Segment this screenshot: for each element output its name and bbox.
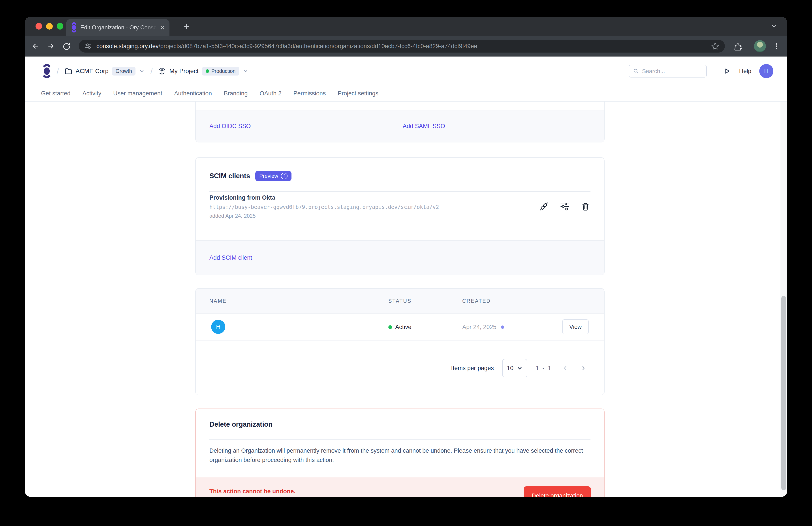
browser-window: Edit Organization - Ory Console × + — [25, 17, 787, 497]
delete-client-button[interactable] — [580, 201, 591, 212]
add-saml-sso-link[interactable]: Add SAML SSO — [403, 123, 445, 130]
chevron-down-icon — [139, 68, 145, 74]
extensions-button[interactable] — [733, 41, 742, 51]
table-row[interactable]: H Active Apr 24, 2025 View — [196, 314, 604, 341]
next-page-button[interactable] — [579, 363, 588, 373]
user-avatar[interactable]: H — [759, 64, 773, 78]
nav-item-project-settings[interactable]: Project settings — [338, 90, 379, 97]
tab-close-icon[interactable]: × — [160, 24, 164, 31]
browser-menu-button[interactable] — [772, 41, 781, 51]
minimize-window-button[interactable] — [46, 23, 53, 30]
scim-client-url: https://busy-beaver-gqwvd0fb79.projects.… — [209, 204, 439, 210]
nav-item-activity[interactable]: Activity — [83, 90, 102, 97]
nav-item-oauth2[interactable]: OAuth 2 — [260, 90, 281, 97]
project-nav: Get started Activity User management Aut… — [25, 86, 787, 102]
environment-badge: Production — [202, 67, 239, 75]
created-indicator-dot — [501, 326, 504, 329]
header-divider — [715, 66, 715, 76]
url-host: console.staging.ory.dev — [97, 43, 159, 49]
kebab-menu-icon — [772, 42, 781, 50]
project-name: My Project — [169, 68, 198, 75]
sso-card-footer: Add OIDC SSO Add SAML SSO — [196, 110, 604, 142]
header-actions: Help H — [629, 64, 773, 78]
chevron-left-icon — [562, 365, 569, 371]
tab-search-button[interactable] — [769, 21, 780, 32]
chevron-down-icon — [243, 68, 248, 74]
created-cell: Apr 24, 2025 — [462, 314, 504, 341]
trash-icon — [580, 201, 591, 212]
status-dot — [388, 325, 392, 329]
sliders-icon — [560, 201, 570, 212]
breadcrumb: / ACME Corp Growth / My Project — [43, 64, 248, 79]
status-text: Active — [395, 324, 411, 330]
add-scim-client-link[interactable]: Add SCIM client — [209, 254, 252, 261]
previous-page-button[interactable] — [561, 363, 570, 373]
bookmark-star-icon[interactable] — [711, 42, 719, 50]
tab-strip: Edit Organization - Ory Console × + — [25, 17, 787, 36]
forward-button[interactable] — [46, 41, 56, 51]
pagination: Items per pages 10 1 - 1 — [196, 341, 604, 396]
nav-item-authentication[interactable]: Authentication — [174, 90, 212, 97]
help-link[interactable]: Help — [739, 68, 751, 75]
back-arrow-icon — [31, 42, 40, 51]
delete-organization-button[interactable]: Delete organization — [524, 486, 591, 497]
search-input[interactable] — [642, 68, 702, 75]
toolbar-divider — [748, 41, 748, 51]
address-bar[interactable]: console.staging.ory.dev/projects/d087b7a… — [79, 40, 725, 53]
view-button[interactable]: View — [562, 319, 589, 334]
site-info-icon[interactable] — [85, 42, 92, 50]
zoom-window-button[interactable] — [57, 23, 63, 30]
search-icon — [633, 68, 639, 74]
nav-item-permissions[interactable]: Permissions — [293, 90, 326, 97]
scrollbar-thumb[interactable] — [781, 296, 786, 490]
forward-arrow-icon — [46, 42, 55, 51]
nav-item-user-management[interactable]: User management — [113, 90, 162, 97]
row-avatar: H — [211, 320, 225, 334]
workspace-switcher[interactable]: ACME Corp Growth — [64, 67, 145, 75]
scim-client-added-date: added Apr 24, 2025 — [209, 213, 256, 219]
page-content: Add OIDC SSO Add SAML SSO SCIM clients P… — [25, 102, 787, 497]
preview-badge-label: Preview — [259, 173, 278, 179]
browser-profile-avatar[interactable] — [754, 40, 766, 52]
per-page-value: 10 — [507, 365, 513, 372]
workspace-name: ACME Corp — [75, 68, 108, 75]
chevron-down-icon — [517, 365, 523, 371]
url-path: /projects/d087b7a1-55f3-440c-a3c9-929564… — [159, 43, 477, 49]
test-connection-button[interactable] — [539, 201, 549, 212]
organization-table-card: NAME STATUS CREATED H Active Apr 24, 202… — [195, 288, 605, 395]
close-window-button[interactable] — [35, 23, 42, 30]
nav-item-get-started[interactable]: Get started — [41, 90, 71, 97]
browser-toolbar: console.staging.ory.dev/projects/d087b7a… — [25, 36, 787, 57]
macos-window-controls — [35, 23, 63, 30]
breadcrumb-separator: / — [150, 67, 153, 75]
new-tab-button[interactable]: + — [179, 20, 193, 33]
delete-card-divider — [209, 439, 591, 440]
plan-badge: Growth — [112, 67, 135, 75]
scim-client-name: Provisioning from Okta — [209, 194, 275, 201]
project-switcher[interactable]: My Project Production — [158, 67, 248, 75]
column-header-status: STATUS — [388, 289, 411, 314]
status-cell: Active — [388, 314, 411, 341]
reload-button[interactable] — [61, 41, 71, 51]
search-box[interactable] — [629, 65, 707, 77]
browser-tab[interactable]: Edit Organization - Ory Console × — [66, 19, 170, 36]
delete-card-title: Delete organization — [209, 421, 273, 428]
sso-card: Add OIDC SSO Add SAML SSO — [195, 102, 605, 142]
configure-client-button[interactable] — [560, 201, 570, 212]
scrollbar-track[interactable] — [781, 102, 787, 497]
play-icon[interactable] — [723, 67, 731, 75]
add-oidc-sso-link[interactable]: Add OIDC SSO — [209, 123, 251, 130]
items-per-page-label: Items per pages — [451, 365, 494, 372]
help-circle-icon[interactable]: ? — [281, 173, 288, 179]
per-page-select[interactable]: 10 — [502, 359, 527, 378]
scim-card-title: SCIM clients — [209, 172, 250, 180]
back-button[interactable] — [31, 41, 40, 51]
delete-warning-text: This action cannot be undone. — [209, 488, 295, 495]
ory-logo[interactable] — [43, 64, 51, 79]
delete-card-description: Deleting an Organization will permanentl… — [209, 446, 593, 465]
delete-organization-card: Delete organization Deleting an Organiza… — [195, 409, 605, 497]
puzzle-icon — [733, 42, 742, 51]
nav-item-branding[interactable]: Branding — [224, 90, 248, 97]
folder-icon — [64, 67, 72, 75]
preview-badge[interactable]: Preview ? — [255, 171, 291, 181]
